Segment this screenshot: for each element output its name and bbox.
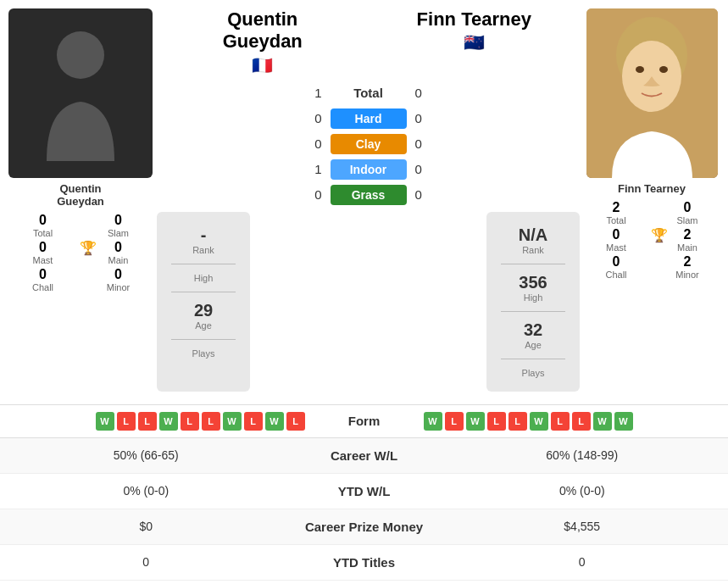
right-high-item: 356 High xyxy=(519,273,547,303)
vs-hard-row: 0 Hard 0 xyxy=(157,108,580,129)
form-badge-right: L xyxy=(508,412,527,431)
silhouette-icon xyxy=(38,25,123,161)
sep4 xyxy=(501,264,564,264)
vs-indoor-row: 1 Indoor 0 xyxy=(157,159,580,180)
left-mast: 0 Mast xyxy=(8,240,77,265)
right-form-badges: WLWLLWLLWW xyxy=(398,412,720,431)
bottom-right-val: $4,555 xyxy=(449,520,716,533)
bottom-stat-row: 50% (66-65) Career W/L 60% (148-99) xyxy=(0,438,728,474)
left-total: 0 Total xyxy=(8,213,77,238)
bottom-left-val: 0 xyxy=(13,555,280,569)
sep1 xyxy=(171,264,235,264)
right-career-stats: 2 Total 0 Slam 0 Mast 🏆 2 Main 0 xyxy=(584,200,720,280)
form-badge-left: L xyxy=(286,412,305,431)
right-rank-item: N/A Rank xyxy=(519,225,547,255)
form-badge-left: L xyxy=(202,412,220,431)
form-badge-right: W xyxy=(466,412,485,431)
vs-grass-row: 0 Grass 0 xyxy=(157,185,580,205)
left-main: 🏆 0 Main xyxy=(84,240,153,265)
form-badge-right: W xyxy=(424,412,442,431)
form-section: WLLWLLWLWL Form WLWLLWLLWW xyxy=(0,404,728,437)
form-badge-right: W xyxy=(530,412,548,431)
bottom-center-label: YTD Titles xyxy=(280,555,449,570)
left-minor: 0 Minor xyxy=(84,267,153,292)
bottom-left-val: 50% (66-65) xyxy=(13,448,280,462)
main-container: Quentin Gueydan 0 Total 0 Slam 0 Mast xyxy=(0,0,728,584)
left-flag: 🇫🇷 xyxy=(157,55,369,75)
bottom-right-val: 0% (0-0) xyxy=(449,484,716,498)
center-col: Quentin Gueydan 🇫🇷 Finn Tearney 🇳🇿 1 Tot… xyxy=(157,8,580,392)
right-mast: 0 Mast xyxy=(584,227,648,253)
form-badge-left: W xyxy=(265,412,284,431)
mid-panels: - Rank High 29 Age xyxy=(157,212,580,392)
left-player-col: Quentin Gueydan 0 Total 0 Slam 0 Mast xyxy=(8,8,153,392)
form-badge-left: W xyxy=(223,412,242,431)
bottom-center-label: YTD W/L xyxy=(280,484,449,498)
form-badge-left: L xyxy=(244,412,263,431)
right-minor: 2 Minor xyxy=(655,254,720,280)
right-slam: 0 Slam xyxy=(655,200,720,225)
vs-clay-row: 0 Clay 0 xyxy=(157,134,580,154)
form-badge-right: L xyxy=(445,412,464,431)
names-flags-row: Quentin Gueydan 🇫🇷 Finn Tearney 🇳🇿 xyxy=(157,8,580,75)
bottom-left-val: $0 xyxy=(13,520,280,533)
left-chall: 0 Chall xyxy=(8,267,77,292)
left-player-name-text: Quentin Gueydan xyxy=(57,182,104,208)
left-career-stats: 0 Total 0 Slam 0 Mast 🏆 0 Main xyxy=(8,213,153,292)
left-player-name-top: Quentin Gueydan 🇫🇷 xyxy=(157,8,369,75)
left-stat-panel: - Rank High 29 Age xyxy=(157,212,250,392)
left-plays-item: Plays xyxy=(192,348,215,359)
form-badge-right: L xyxy=(551,412,570,431)
right-stat-panel: N/A Rank 356 High 32 Age xyxy=(486,212,580,392)
form-badge-right: W xyxy=(593,412,612,431)
left-rank-item: - Rank xyxy=(192,225,214,255)
sep6 xyxy=(501,359,564,359)
form-label: Form xyxy=(331,414,398,428)
svg-point-0 xyxy=(57,31,104,79)
right-flag: 🇳🇿 xyxy=(369,32,581,53)
sep2 xyxy=(171,292,235,292)
bottom-stats: 50% (66-65) Career W/L 60% (148-99) 0% (… xyxy=(0,437,728,581)
top-area: Quentin Gueydan 0 Total 0 Slam 0 Mast xyxy=(0,0,728,400)
form-badge-right: L xyxy=(572,412,591,431)
right-player-col: Finn Tearney 2 Total 0 Slam 0 Mast 🏆 2 xyxy=(584,8,720,392)
bottom-stat-row: $0 Career Prize Money $4,555 xyxy=(0,509,728,545)
right-player-name-below: Finn Tearney xyxy=(618,182,686,195)
right-player-name-top: Finn Tearney 🇳🇿 xyxy=(369,8,581,75)
right-player-avatar xyxy=(586,8,718,178)
form-badge-right: L xyxy=(487,412,506,431)
bottom-right-val: 0 xyxy=(449,555,716,569)
sep5 xyxy=(501,311,564,312)
form-badge-left: L xyxy=(138,412,157,431)
form-badge-right: W xyxy=(614,412,633,431)
right-age-item: 32 Age xyxy=(524,320,542,350)
left-slam: 0 Slam xyxy=(84,213,153,238)
bottom-center-label: Career Prize Money xyxy=(280,520,449,534)
left-age-item: 29 Age xyxy=(194,301,213,331)
right-main: 🏆 2 Main xyxy=(655,227,720,253)
left-high-item: High xyxy=(194,273,214,283)
form-badge-left: W xyxy=(159,412,178,431)
left-player-photo xyxy=(8,8,153,178)
vs-total-row: 1 Total 0 xyxy=(157,82,580,103)
right-total: 2 Total xyxy=(584,200,648,225)
bottom-center-label: Career W/L xyxy=(280,448,449,463)
form-badge-left: W xyxy=(96,412,114,431)
bottom-stat-row: 0 YTD Titles 0 xyxy=(0,545,728,581)
right-plays-item: Plays xyxy=(522,368,545,378)
left-form-badges: WLLWLLWLWL xyxy=(8,412,331,431)
form-badge-left: L xyxy=(181,412,199,431)
sep3 xyxy=(171,339,235,340)
bottom-right-val: 60% (148-99) xyxy=(449,448,716,462)
left-player-name-below: Quentin Gueydan xyxy=(57,182,104,208)
form-badge-left: L xyxy=(117,412,136,431)
svg-point-5 xyxy=(659,66,668,73)
bottom-stat-row: 0% (0-0) YTD W/L 0% (0-0) xyxy=(0,474,728,509)
right-player-photo xyxy=(586,8,718,178)
svg-point-4 xyxy=(636,66,644,73)
bottom-left-val: 0% (0-0) xyxy=(13,484,280,498)
right-chall: 0 Chall xyxy=(584,254,648,280)
